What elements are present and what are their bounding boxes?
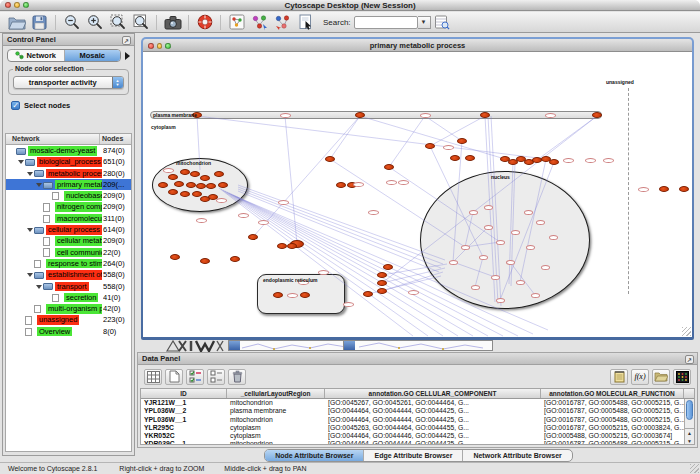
minimize-button[interactable] xyxy=(157,43,163,49)
network-edge[interactable] xyxy=(219,188,413,336)
save-session-button[interactable] xyxy=(28,13,51,32)
network-node-label[interactable] xyxy=(638,187,649,192)
network-node[interactable] xyxy=(524,210,533,215)
network-edge[interactable] xyxy=(238,189,441,268)
apply-layout-alt-button[interactable] xyxy=(271,13,294,32)
network-node[interactable] xyxy=(469,210,478,215)
network-node[interactable] xyxy=(230,256,240,262)
scroll-down-icon[interactable]: ▼ xyxy=(685,437,694,445)
network-node[interactable] xyxy=(363,291,373,297)
export-image-button[interactable] xyxy=(161,13,184,32)
tree-column-network[interactable]: Network xyxy=(6,134,100,144)
network-node-label[interactable] xyxy=(408,290,419,295)
network-node[interactable] xyxy=(190,171,200,177)
tree-row[interactable]: Overview8(0) xyxy=(6,326,131,337)
advanced-search-button[interactable] xyxy=(431,13,454,32)
network-node[interactable] xyxy=(506,260,515,265)
network-edge[interactable] xyxy=(229,193,488,336)
network-node[interactable] xyxy=(679,186,689,192)
tree-row[interactable]: multi-organism pro42(0) xyxy=(6,303,131,314)
network-canvas[interactable]: plasma membranecytoplasmmitochondrionnuc… xyxy=(143,52,692,337)
zoom-out-button[interactable] xyxy=(60,13,83,32)
table-cell[interactable]: YPL036W__2 xyxy=(141,407,227,415)
network-node[interactable] xyxy=(549,159,559,165)
table-cell[interactable]: mitochondrion xyxy=(227,416,325,424)
expand-arrow-icon[interactable] xyxy=(27,172,33,176)
table-vertical-scrollbar[interactable]: ▲▼ xyxy=(684,399,694,444)
expand-arrow-icon[interactable] xyxy=(27,273,33,277)
network-node[interactable] xyxy=(536,220,545,225)
network-node[interactable] xyxy=(449,260,458,265)
network-edge[interactable] xyxy=(233,195,518,336)
table-cell[interactable]: YKR052C xyxy=(141,432,227,440)
close-button[interactable] xyxy=(148,43,154,49)
network-node-label[interactable] xyxy=(258,220,269,225)
window-titlebar[interactable]: Cytoscape Desktop (New Session) xyxy=(0,0,700,11)
network-edge[interactable] xyxy=(227,192,473,336)
network-node-label[interactable] xyxy=(420,113,431,118)
network-edge[interactable] xyxy=(221,189,428,336)
network-node[interactable] xyxy=(461,245,470,250)
network-node[interactable] xyxy=(465,155,475,161)
network-node[interactable] xyxy=(287,243,297,249)
annotations-button[interactable] xyxy=(294,13,317,32)
select-attributes-button[interactable] xyxy=(186,369,204,385)
tree-column-nodes[interactable]: Nodes xyxy=(100,134,131,144)
delete-attribute-button[interactable] xyxy=(228,369,246,385)
table-cell[interactable]: YDR039C__1 xyxy=(141,440,227,445)
table-row[interactable]: YPL036W__2plasma membrane[GO:0044464, GO… xyxy=(141,407,694,415)
network-node[interactable] xyxy=(425,143,435,149)
table-cell[interactable]: [GO:0005488, GO:0005215, GO:0003674] xyxy=(541,432,684,440)
tree-row[interactable]: secretion41(0) xyxy=(6,292,131,303)
table-cell[interactable]: cytoplasm xyxy=(227,424,325,432)
network-node[interactable] xyxy=(200,258,210,264)
network-node[interactable] xyxy=(496,298,505,303)
network-edge[interactable] xyxy=(500,162,554,300)
network-edge[interactable] xyxy=(360,116,505,159)
copy-table-button[interactable] xyxy=(144,369,162,385)
network-node-label[interactable] xyxy=(563,158,574,163)
zoom-fit-button[interactable] xyxy=(129,13,152,32)
network-node-label[interactable] xyxy=(216,198,227,203)
network-node-label[interactable] xyxy=(238,213,249,218)
expand-arrow-icon[interactable] xyxy=(18,160,24,164)
network-node[interactable] xyxy=(325,156,335,162)
tab-network-attribute-browser[interactable]: Network Attribute Browser xyxy=(463,450,571,461)
network-edge[interactable] xyxy=(330,159,465,247)
network-node[interactable] xyxy=(450,155,460,161)
tab-network[interactable]: Network xyxy=(8,50,65,61)
network-node[interactable] xyxy=(174,181,184,187)
table-cell[interactable]: [GO:0016787, GO:0005215, GO:0003824, G..… xyxy=(541,424,684,432)
network-node[interactable] xyxy=(355,112,365,118)
network-node-label[interactable] xyxy=(278,200,289,205)
zoom-selected-button[interactable] xyxy=(106,13,129,32)
table-row[interactable]: YKR052Ccytoplasm[GO:0044464, GO:0044446,… xyxy=(141,432,694,440)
tree-row[interactable]: macromolecule311(0) xyxy=(6,213,131,224)
network-edge[interactable] xyxy=(330,116,360,159)
network-node-label[interactable] xyxy=(163,168,174,173)
attribute-editor-button[interactable] xyxy=(610,369,628,385)
table-column-header[interactable]: annotation.GO CELLULAR_COMPONENT xyxy=(325,389,541,398)
tree-row[interactable]: primary metabolic process209(... xyxy=(6,179,131,190)
table-column-header[interactable]: annotation.GO MOLECULAR_FUNCTION xyxy=(541,389,684,398)
tree-row[interactable]: response to stimul264(0) xyxy=(6,258,131,269)
network-node-label[interactable] xyxy=(585,158,596,163)
network-node[interactable] xyxy=(484,205,493,210)
network-node[interactable] xyxy=(457,138,467,144)
network-node[interactable] xyxy=(484,225,493,230)
network-node[interactable] xyxy=(277,243,287,249)
expand-arrow-icon[interactable] xyxy=(36,183,42,187)
table-cell[interactable]: YJR121W__1 xyxy=(141,399,227,407)
network-edge[interactable] xyxy=(237,197,548,330)
network-node[interactable] xyxy=(659,186,669,192)
network-node[interactable] xyxy=(516,280,525,285)
tab-mosaic[interactable]: Mosaic xyxy=(65,50,121,61)
table-cell[interactable]: [GO:0016787, GO:0005488, GO:0005215, G..… xyxy=(541,407,684,415)
network-node[interactable] xyxy=(300,292,310,298)
network-node[interactable] xyxy=(180,169,190,175)
table-cell[interactable]: [GO:0044464, GO:0044444, GO:0044425, G..… xyxy=(325,416,541,424)
table-cell[interactable]: YLR295C xyxy=(141,424,227,432)
attribute-matrix-button[interactable] xyxy=(673,369,691,385)
open-session-button[interactable] xyxy=(5,13,28,32)
network-node[interactable] xyxy=(377,288,387,294)
